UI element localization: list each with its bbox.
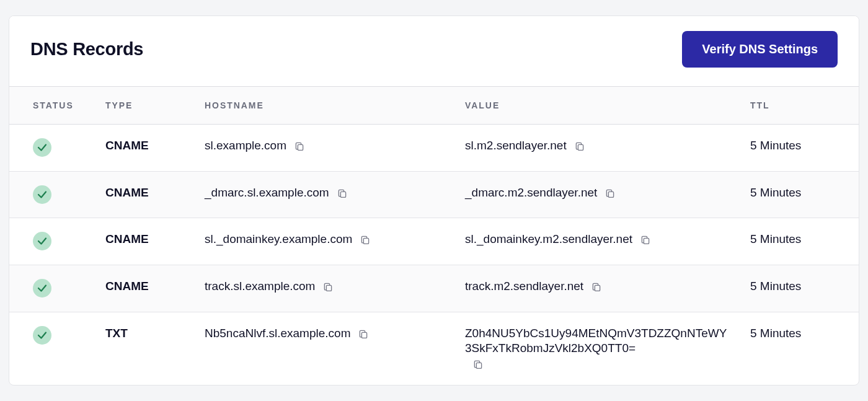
status-cell: [9, 124, 105, 171]
value-cell: track.m2.sendlayer.net: [465, 265, 750, 312]
record-type: CNAME: [105, 139, 149, 152]
col-header-ttl: TTL: [750, 86, 859, 124]
col-header-hostname: HOSTNAME: [205, 86, 465, 124]
record-ttl: 5 Minutes: [750, 232, 801, 245]
record-value: track.m2.sendlayer.net: [465, 279, 583, 294]
col-header-type: TYPE: [105, 86, 205, 124]
copy-icon: [337, 188, 348, 199]
record-type: CNAME: [105, 232, 149, 245]
value-cell: Z0h4NU5YbCs1Uy94MEtNQmV3TDZZQnNTeWY3SkFx…: [465, 312, 750, 385]
hostname-cell: track.sl.example.com: [205, 265, 465, 312]
ttl-cell: 5 Minutes: [750, 218, 859, 265]
status-cell: [9, 171, 105, 218]
table-row: CNAME _dmarc.sl.example.com _dmarc.m2.se…: [9, 171, 859, 218]
table-row: CNAME sl.example.com sl.m2.sendlayer.net…: [9, 124, 859, 171]
record-hostname: track.sl.example.com: [205, 279, 315, 294]
table-row: CNAME track.sl.example.com track.m2.send…: [9, 265, 859, 312]
copy-icon: [322, 281, 334, 293]
record-hostname: sl.example.com: [205, 138, 286, 154]
record-value: _dmarc.m2.sendlayer.net: [465, 185, 597, 201]
panel-header: DNS Records Verify DNS Settings: [9, 16, 859, 86]
type-cell: CNAME: [105, 124, 205, 171]
copy-icon: [358, 328, 369, 340]
dns-records-panel: DNS Records Verify DNS Settings STATUS T…: [9, 15, 859, 386]
record-hostname: _dmarc.sl.example.com: [205, 185, 329, 201]
status-verified-badge: [33, 279, 51, 297]
type-cell: CNAME: [105, 265, 205, 312]
ttl-cell: 5 Minutes: [750, 265, 859, 312]
svg-rect-6: [327, 285, 332, 291]
hostname-cell: sl._domainkey.example.com: [205, 218, 465, 265]
record-hostname: sl._domainkey.example.com: [205, 232, 352, 247]
svg-rect-4: [364, 239, 369, 244]
status-cell: [9, 218, 105, 265]
ttl-cell: 5 Minutes: [750, 124, 859, 171]
col-header-value: VALUE: [465, 86, 750, 124]
record-ttl: 5 Minutes: [750, 327, 801, 340]
record-type: TXT: [105, 327, 128, 340]
status-verified-badge: [33, 185, 51, 204]
copy-icon: [574, 141, 585, 152]
verify-dns-button[interactable]: Verify DNS Settings: [682, 31, 838, 68]
check-icon: [37, 330, 48, 341]
hostname-cell: _dmarc.sl.example.com: [205, 171, 465, 218]
hostname-cell: Nb5ncaNlvf.sl.example.com: [205, 312, 465, 385]
panel-title: DNS Records: [30, 39, 143, 59]
record-type: CNAME: [105, 186, 149, 199]
value-cell: sl._domainkey.m2.sendlayer.net: [465, 218, 750, 265]
copy-value-button[interactable]: [573, 139, 587, 153]
copy-hostname-button[interactable]: [321, 280, 335, 294]
table-header-row: STATUS TYPE HOSTNAME VALUE TTL: [9, 86, 859, 124]
copy-icon: [360, 234, 371, 245]
record-ttl: 5 Minutes: [750, 280, 801, 293]
check-icon: [37, 142, 48, 153]
ttl-cell: 5 Minutes: [750, 312, 859, 385]
status-cell: [9, 312, 105, 385]
status-cell: [9, 265, 105, 312]
value-cell: _dmarc.m2.sendlayer.net: [465, 171, 750, 218]
svg-rect-2: [340, 192, 345, 197]
col-header-status: STATUS: [9, 86, 105, 124]
check-icon: [37, 189, 48, 200]
record-ttl: 5 Minutes: [750, 186, 801, 199]
record-hostname: Nb5ncaNlvf.sl.example.com: [205, 326, 350, 342]
record-value: sl._domainkey.m2.sendlayer.net: [465, 232, 632, 247]
svg-rect-7: [595, 285, 600, 291]
record-value: sl.m2.sendlayer.net: [465, 138, 567, 154]
copy-icon: [591, 281, 602, 293]
status-verified-badge: [33, 138, 51, 157]
ttl-cell: 5 Minutes: [750, 171, 859, 218]
copy-icon: [472, 359, 484, 370]
table-row: CNAME sl._domainkey.example.com sl._doma…: [9, 218, 859, 265]
svg-rect-0: [298, 144, 303, 150]
svg-rect-5: [644, 239, 649, 244]
dns-records-table: STATUS TYPE HOSTNAME VALUE TTL CNAME sl.…: [9, 86, 859, 385]
copy-hostname-button[interactable]: [335, 187, 349, 200]
copy-hostname-button[interactable]: [358, 233, 372, 247]
check-icon: [37, 283, 48, 294]
hostname-cell: sl.example.com: [205, 124, 465, 171]
type-cell: CNAME: [105, 218, 205, 265]
svg-rect-3: [609, 192, 614, 197]
copy-value-button[interactable]: [603, 187, 617, 200]
svg-rect-1: [578, 144, 583, 150]
copy-hostname-button[interactable]: [293, 139, 306, 153]
status-verified-badge: [33, 326, 51, 345]
status-verified-badge: [33, 232, 51, 250]
record-value: Z0h4NU5YbCs1Uy94MEtNQmV3TDZZQnNTeWY3SkFx…: [465, 326, 732, 356]
table-row: TXT Nb5ncaNlvf.sl.example.com Z0h4NU5YbC…: [9, 312, 859, 385]
copy-value-button[interactable]: [639, 233, 652, 247]
copy-hostname-button[interactable]: [356, 327, 370, 341]
copy-icon: [604, 188, 616, 199]
record-ttl: 5 Minutes: [750, 139, 801, 152]
type-cell: CNAME: [105, 171, 205, 218]
copy-value-button[interactable]: [471, 358, 485, 371]
copy-icon: [640, 234, 651, 245]
record-type: CNAME: [105, 280, 149, 293]
copy-value-button[interactable]: [590, 280, 603, 294]
copy-icon: [294, 141, 305, 152]
check-icon: [37, 236, 48, 247]
value-cell: sl.m2.sendlayer.net: [465, 124, 750, 171]
svg-rect-9: [476, 363, 481, 368]
svg-rect-8: [362, 332, 367, 338]
